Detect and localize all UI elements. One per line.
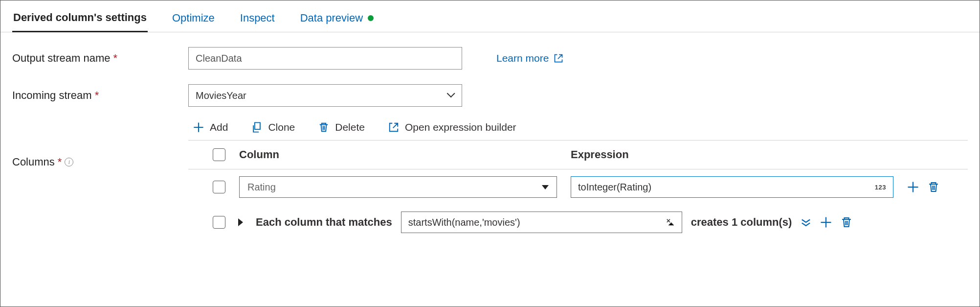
pattern-suffix: creates 1 column(s) — [691, 216, 792, 229]
chevron-down-icon — [447, 92, 455, 99]
expression-input[interactable]: toInteger(Rating) 123 — [571, 176, 893, 198]
learn-more-link[interactable]: Learn more — [496, 52, 563, 64]
clone-label: Clone — [268, 121, 295, 133]
external-link-icon — [554, 53, 563, 63]
header-column: Column — [239, 148, 557, 161]
pattern-prefix: Each column that matches — [256, 216, 392, 229]
add-button[interactable]: Add — [193, 121, 228, 133]
columns-label: Columns * i — [12, 156, 188, 168]
incoming-stream-label-text: Incoming stream — [12, 89, 92, 102]
open-label: Open expression builder — [405, 121, 516, 133]
row-incoming-stream: Incoming stream * MoviesYear — [12, 84, 968, 107]
tab-derived-settings[interactable]: Derived column's settings — [12, 6, 148, 32]
row-checkbox[interactable] — [213, 216, 225, 229]
preview-status-dot-icon — [368, 15, 374, 21]
pattern-expression-input[interactable]: startsWith(name,'movies') — [401, 212, 682, 233]
add-row-button[interactable] — [820, 216, 832, 228]
output-stream-label-text: Output stream name — [12, 52, 111, 65]
tab-optimize[interactable]: Optimize — [171, 7, 216, 31]
settings-tabs: Derived column's settings Optimize Inspe… — [0, 0, 980, 32]
column-row: Rating toInteger(Rating) 123 — [188, 169, 968, 205]
external-link-icon — [388, 122, 399, 133]
tab-data-preview[interactable]: Data preview — [299, 7, 375, 31]
columns-label-text: Columns — [12, 156, 55, 168]
clone-button[interactable]: Clone — [251, 121, 295, 133]
columns-header: Column Expression — [188, 141, 968, 169]
type-badge: 123 — [875, 184, 886, 191]
row-output-stream: Output stream name * Learn more — [12, 47, 968, 70]
caret-down-icon — [542, 185, 549, 189]
required-asterisk: * — [58, 156, 62, 168]
incoming-stream-select[interactable]: MoviesYear — [188, 84, 462, 107]
column-name-value: Rating — [247, 182, 276, 193]
plus-icon — [193, 122, 204, 133]
columns-panel: Add Clone Delete — [188, 121, 968, 240]
delete-button[interactable]: Delete — [318, 121, 365, 133]
add-row-button[interactable] — [907, 181, 919, 193]
pattern-row: Each column that matches startsWith(name… — [188, 205, 968, 240]
tab-inspect[interactable]: Inspect — [239, 7, 276, 31]
tab-data-preview-label: Data preview — [300, 12, 363, 24]
expand-triangle-icon[interactable] — [238, 218, 243, 226]
delete-row-button[interactable] — [928, 181, 939, 193]
clear-expand-icon[interactable] — [665, 217, 675, 227]
header-expression: Expression — [571, 148, 629, 161]
delete-label: Delete — [335, 121, 365, 133]
output-stream-label: Output stream name * — [12, 52, 188, 65]
trash-icon — [318, 122, 329, 133]
column-name-select[interactable]: Rating — [239, 176, 557, 198]
open-expression-builder-button[interactable]: Open expression builder — [388, 121, 516, 133]
pattern-expression-value: startsWith(name,'movies') — [408, 217, 520, 228]
required-asterisk: * — [95, 89, 99, 102]
incoming-stream-label: Incoming stream * — [12, 89, 188, 102]
row-columns: Columns * i Add Clone — [12, 121, 968, 240]
delete-row-button[interactable] — [841, 216, 852, 228]
collapse-chevron-icon[interactable] — [801, 217, 811, 228]
content: Output stream name * Learn more Incoming… — [0, 32, 980, 240]
columns-toolbar: Add Clone Delete — [188, 121, 968, 133]
row-actions — [907, 181, 939, 193]
learn-more-text: Learn more — [496, 52, 549, 64]
select-all-checkbox[interactable] — [213, 148, 225, 161]
row-checkbox[interactable] — [213, 181, 225, 193]
required-asterisk: * — [113, 52, 118, 65]
expression-value: toInteger(Rating) — [578, 182, 651, 193]
add-label: Add — [210, 121, 228, 133]
info-icon[interactable]: i — [65, 158, 73, 166]
incoming-stream-value: MoviesYear — [196, 90, 246, 101]
output-stream-input[interactable] — [188, 47, 462, 70]
clone-icon — [251, 122, 262, 133]
